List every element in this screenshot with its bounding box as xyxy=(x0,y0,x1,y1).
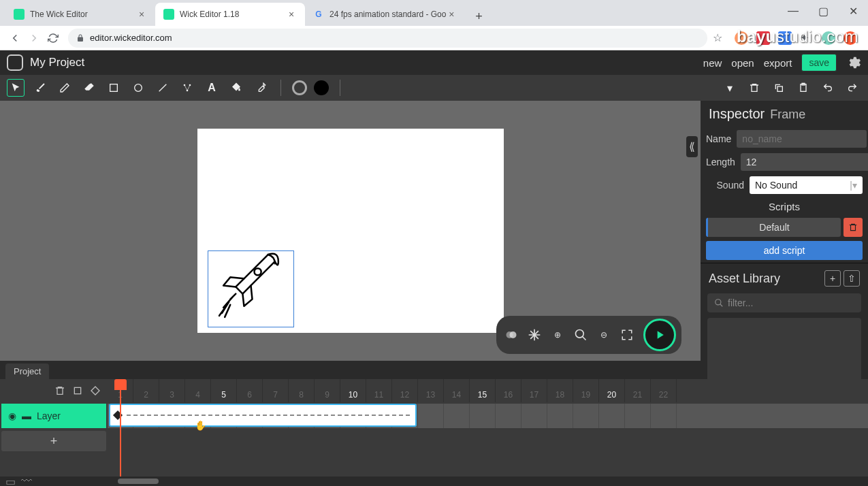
maximize-icon[interactable]: ▢ xyxy=(808,0,838,22)
asset-filter-input[interactable]: filter... xyxy=(707,293,861,312)
sound-select[interactable]: No Sound |▾ xyxy=(750,176,863,194)
close-icon[interactable]: × xyxy=(446,9,457,20)
frame-cell[interactable] xyxy=(547,404,573,428)
project-name[interactable]: My Project xyxy=(30,56,84,69)
browser-tab-3[interactable]: G 24 fps animation standard - Goo × xyxy=(305,3,465,26)
duplicate-layer-icon[interactable] xyxy=(72,385,83,396)
ruler-mark[interactable]: 15 xyxy=(470,379,496,402)
browser-tab-2[interactable]: Wick Editor 1.18 × xyxy=(155,3,305,26)
pencil-tool[interactable] xyxy=(56,79,74,97)
brush-tool[interactable] xyxy=(31,79,49,97)
close-icon[interactable]: × xyxy=(136,9,147,20)
ruler-mark[interactable]: 2 xyxy=(133,379,159,402)
timeline-ruler[interactable]: 12345678910111213141516171819202122 xyxy=(108,379,868,402)
name-input[interactable] xyxy=(737,130,867,148)
stroke-color-swatch[interactable] xyxy=(314,80,329,95)
timeline-tab-project[interactable]: Project xyxy=(5,363,49,379)
add-layer-button[interactable]: + xyxy=(1,431,106,451)
delete-layer-icon[interactable] xyxy=(54,385,65,396)
fullscreen-icon[interactable] xyxy=(617,325,637,344)
save-button[interactable]: save xyxy=(801,54,837,71)
timeline-track-area[interactable]: 12345678910111213141516171819202122 ✋ xyxy=(108,379,868,476)
close-window-icon[interactable]: ✕ xyxy=(838,0,868,22)
canvas-area[interactable]: ⟪ ⊕ ⊖ xyxy=(0,101,701,361)
ruler-mark[interactable]: 11 xyxy=(366,379,392,402)
ruler-mark[interactable]: 22 xyxy=(651,379,677,402)
ruler-mark[interactable]: 19 xyxy=(573,379,599,402)
menu-new[interactable]: new xyxy=(703,57,722,69)
ruler-mark[interactable]: 13 xyxy=(418,379,444,402)
ruler-mark[interactable]: 9 xyxy=(315,379,340,402)
zoom-icon[interactable] xyxy=(571,325,590,344)
frame-cell[interactable] xyxy=(444,404,470,428)
ruler-mark[interactable]: 3 xyxy=(159,379,185,402)
timeline-scrollbar[interactable]: ▭ 〰 xyxy=(0,476,868,486)
frame-cell[interactable] xyxy=(625,404,651,428)
browser-tab-1[interactable]: The Wick Editor × xyxy=(5,3,155,26)
canvas[interactable] xyxy=(197,129,504,333)
back-button[interactable] xyxy=(5,29,25,48)
collapse-inspector-icon[interactable]: ⟪ xyxy=(686,136,698,157)
zoom-out-icon[interactable]: ⊖ xyxy=(594,325,613,344)
script-default-button[interactable]: Default xyxy=(706,218,841,237)
reload-button[interactable] xyxy=(44,29,63,48)
layer-name[interactable]: Layer xyxy=(37,410,61,421)
ruler-mark[interactable]: 5 xyxy=(211,379,237,402)
gear-icon[interactable] xyxy=(846,55,861,70)
frame-cell[interactable] xyxy=(470,404,496,428)
close-icon[interactable]: × xyxy=(286,9,297,20)
ruler-mark[interactable]: 21 xyxy=(625,379,651,402)
ruler-mark[interactable]: 7 xyxy=(263,379,289,402)
cursor-tool[interactable] xyxy=(7,79,25,97)
forward-button[interactable] xyxy=(25,29,44,48)
length-input[interactable] xyxy=(741,153,868,171)
frame-span[interactable] xyxy=(109,404,417,427)
ruler-mark[interactable]: 16 xyxy=(496,379,521,402)
bookmark-star-icon[interactable]: ☆ xyxy=(713,31,722,44)
undo-icon[interactable] xyxy=(819,79,837,97)
menu-export[interactable]: export xyxy=(764,57,792,69)
ruler-mark[interactable]: 14 xyxy=(444,379,470,402)
app-logo-icon[interactable] xyxy=(7,54,23,71)
ruler-mark[interactable]: 4 xyxy=(185,379,211,402)
scroll-thumb[interactable] xyxy=(118,479,159,484)
redo-icon[interactable] xyxy=(843,79,861,97)
ellipse-tool[interactable] xyxy=(129,79,147,97)
fill-color-swatch[interactable] xyxy=(292,80,307,95)
path-tool[interactable] xyxy=(178,79,196,97)
frame-cell[interactable] xyxy=(599,404,625,428)
selected-object[interactable] xyxy=(208,250,294,327)
layer-row[interactable]: ◉ ▬ Layer xyxy=(1,404,106,428)
frame-cell[interactable] xyxy=(521,404,547,428)
add-asset-button[interactable]: + xyxy=(824,270,841,287)
ruler-mark[interactable]: 18 xyxy=(547,379,573,402)
url-input[interactable]: editor.wickeditor.com xyxy=(68,29,707,48)
paste-icon[interactable] xyxy=(794,79,812,97)
zoom-in-icon[interactable]: ⊕ xyxy=(548,325,567,344)
ruler-mark[interactable]: 20 xyxy=(599,379,625,402)
ruler-mark[interactable]: 8 xyxy=(289,379,315,402)
new-tab-button[interactable]: + xyxy=(469,7,488,26)
rectangle-tool[interactable] xyxy=(105,79,123,97)
trash-icon[interactable] xyxy=(745,79,763,97)
playhead[interactable] xyxy=(120,379,121,476)
frame-cell[interactable] xyxy=(651,404,677,428)
ruler-mark[interactable]: 17 xyxy=(521,379,547,402)
ruler-mark[interactable]: 12 xyxy=(392,379,418,402)
ruler-mark[interactable]: 10 xyxy=(340,379,366,402)
onion-skin-icon[interactable] xyxy=(502,325,521,344)
line-tool[interactable] xyxy=(154,79,172,97)
keyframe-icon[interactable] xyxy=(90,385,101,396)
dropdown-icon[interactable]: ▾ xyxy=(721,79,739,97)
text-tool[interactable]: A xyxy=(203,79,221,97)
add-script-button[interactable]: add script xyxy=(706,241,863,260)
ruler-mark[interactable]: 6 xyxy=(237,379,263,402)
eyedropper-tool[interactable] xyxy=(252,79,270,97)
eraser-tool[interactable] xyxy=(80,79,98,97)
frame-cell[interactable] xyxy=(418,404,444,428)
upload-asset-button[interactable]: ⇧ xyxy=(843,270,860,287)
frame-cell[interactable] xyxy=(496,404,521,428)
delete-script-button[interactable] xyxy=(843,218,863,237)
pan-icon[interactable] xyxy=(525,325,544,344)
play-button[interactable] xyxy=(643,319,676,351)
